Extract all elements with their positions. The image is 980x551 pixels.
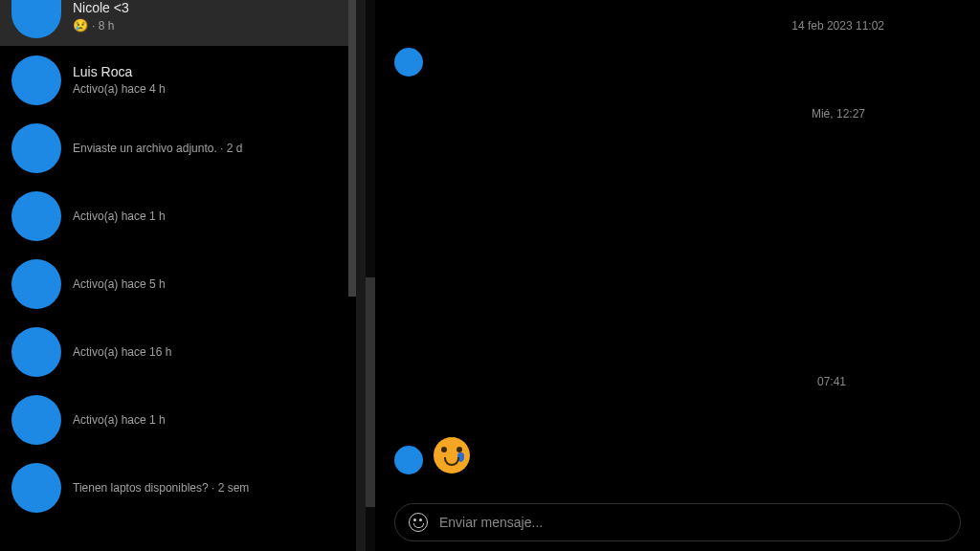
conversation-name: Luis Roca [73, 64, 345, 79]
message-timestamp: 14 feb 2023 11:02 [394, 19, 942, 33]
message-row [394, 48, 942, 77]
conversation-text: Activo(a) hace 1 h [73, 413, 345, 427]
chat-area: 14 feb 2023 11:02 Mié, 12:27 07:41 [366, 0, 980, 551]
avatar [11, 191, 61, 241]
conversation-preview: 😢 · 8 h [73, 18, 345, 33]
conversation-item[interactable]: Luis Roca Activo(a) hace 4 h [0, 46, 356, 114]
conversation-item[interactable]: Tienen laptos disponibles? · 2 sem [0, 453, 356, 521]
conversation-preview: Activo(a) hace 1 h [73, 413, 345, 427]
message-row [394, 436, 942, 474]
conversation-preview: Activo(a) hace 4 h [73, 82, 345, 96]
conversation-preview: Enviaste un archivo adjunto. · 2 d [73, 142, 345, 155]
conversation-preview: Tienen laptos disponibles? · 2 sem [73, 481, 345, 495]
message-timestamp: 07:41 [394, 375, 942, 388]
conversation-list-sidebar: Nicole <3 😢 · 8 h Luis Roca Activo(a) ha… [0, 0, 356, 551]
conversation-name: Nicole <3 [73, 0, 345, 15]
conversation-item[interactable]: Activo(a) hace 16 h [0, 318, 356, 386]
message-timestamp: Mié, 12:27 [394, 107, 942, 121]
emoji-picker-icon[interactable] [409, 513, 428, 532]
conversation-text: Activo(a) hace 16 h [73, 345, 345, 359]
preview-time: · 8 h [92, 19, 114, 33]
conversation-item[interactable]: Activo(a) hace 5 h [0, 250, 356, 318]
conversation-preview: Activo(a) hace 1 h [73, 209, 345, 223]
avatar [11, 123, 61, 173]
conversation-text: Nicole <3 😢 · 8 h [73, 0, 345, 33]
conversation-item[interactable]: Activo(a) hace 1 h [0, 182, 356, 250]
sad-emoji-icon: 😢 [73, 18, 88, 33]
avatar [11, 327, 61, 377]
avatar [11, 395, 61, 445]
conversation-text: Luis Roca Activo(a) hace 4 h [73, 64, 345, 96]
conversation-item[interactable]: Activo(a) hace 1 h [0, 386, 356, 453]
message-input-bar [394, 503, 961, 541]
conversation-preview: Activo(a) hace 5 h [73, 277, 345, 291]
crying-face-emoji-icon [433, 436, 471, 474]
avatar [11, 55, 61, 105]
avatar [11, 463, 61, 513]
avatar [11, 0, 61, 38]
conversation-text: Activo(a) hace 1 h [73, 209, 345, 223]
message-avatar[interactable] [394, 48, 423, 77]
conversation-text: Activo(a) hace 5 h [73, 277, 345, 291]
message-input[interactable] [439, 515, 947, 530]
conversation-item[interactable]: Enviaste un archivo adjunto. · 2 d [0, 114, 356, 182]
avatar [11, 259, 61, 309]
chat-messages: 14 feb 2023 11:02 Mié, 12:27 07:41 [366, 0, 980, 496]
chat-scrollbar-track[interactable] [366, 0, 375, 551]
sidebar-scrollbar[interactable] [348, 0, 356, 297]
conversation-text: Tienen laptos disponibles? · 2 sem [73, 481, 345, 495]
message-avatar[interactable] [394, 446, 423, 474]
conversation-preview: Activo(a) hace 16 h [73, 345, 345, 359]
conversation-item[interactable]: Nicole <3 😢 · 8 h [0, 0, 356, 46]
pane-divider [356, 0, 366, 551]
chat-scrollbar-thumb[interactable] [366, 277, 375, 507]
conversation-text: Enviaste un archivo adjunto. · 2 d [73, 142, 345, 155]
